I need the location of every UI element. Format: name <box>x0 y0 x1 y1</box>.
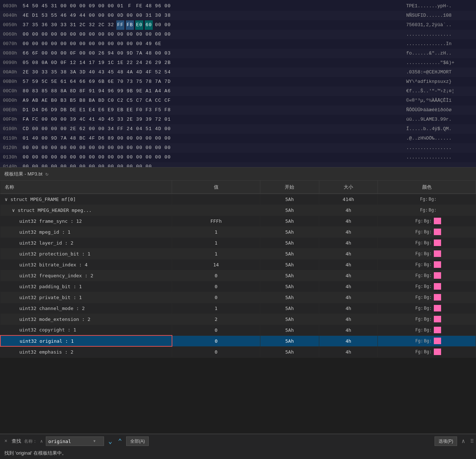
table-row[interactable]: uint32 frame_sync : 12FFFh5Ah4hFg: Bg: <box>0 216 476 226</box>
hex-row: 00C0h 808385888A8D8F919496999B9EA1A4A6 €… <box>0 86 476 96</box>
table-row[interactable]: uint32 original : 105Ah4hFg: Bg: <box>0 335 476 346</box>
table-cell-name: uint32 copyright : 1 <box>0 325 172 335</box>
template-header: 模板结果 - MP3.bt ↻ <box>0 168 476 181</box>
table-row[interactable]: uint32 protection_bit : 115Ah4hFg: Bg: <box>0 248 476 259</box>
search-input-container[interactable]: ▼ <box>46 436 104 446</box>
table-cell-name: uint32 channel_mode : 2 <box>0 303 172 314</box>
table-cell-size: 4h <box>319 314 378 325</box>
table-row[interactable]: uint32 private_bit : 105Ah4hFg: Bg: <box>0 292 476 303</box>
table-cell-color: Fg: Bg: <box>378 314 476 325</box>
table-cell-size: 4h <box>319 216 378 226</box>
table-row[interactable]: uint32 bitrate_index : 4145Ah4hFg: Bg: <box>0 259 476 270</box>
table-cell-color: Fg: Bg: <box>378 237 476 248</box>
results-table: 名称 值 开始 大小 颜色 ∨ struct MPEG_FRAME mf[0]5… <box>0 181 476 358</box>
table-cell-value: 0 <box>172 346 260 357</box>
hex-ascii: .0358:=@CEHJMORT <box>400 68 473 77</box>
hex-ascii: ............"$&)+ <box>400 58 473 68</box>
table-cell-value: 1 <box>172 248 260 259</box>
hex-row: 0100h CD000000002E62000034FF2404514D00 Í… <box>0 124 476 134</box>
table-row[interactable]: uint32 channel_mode : 215Ah4hFg: Bg: <box>0 303 476 314</box>
table-cell-start: 5Ah <box>260 281 319 292</box>
hex-bytes: 666F0000000F00002694009D7A480003 <box>22 49 400 58</box>
search-field-label: 名称： <box>24 438 37 444</box>
hex-row: 0090h 05080A0D0F121417191C1E222426292B .… <box>0 58 476 68</box>
hex-address: 0090h <box>3 58 22 68</box>
table-row[interactable]: ∨ struct MPEG_FRAME mf[0]5Ah414hFg: Bg: <box>0 194 476 205</box>
table-header-row: 名称 值 开始 大小 颜色 <box>0 181 476 194</box>
hex-address: 00D0h <box>3 96 22 105</box>
table-cell-size: 4h <box>319 270 378 281</box>
table-cell-name: uint32 layer_id : 2 <box>0 237 172 248</box>
col-header-value: 值 <box>172 181 260 194</box>
search-arrow-up[interactable]: ⌃ <box>116 437 123 445</box>
hex-row: 0110h 0140009D7A48BC4FD689000000000000 .… <box>0 134 476 143</box>
hex-address: 00E0h <box>3 105 22 115</box>
table-row[interactable]: uint32 layer_id : 215Ah4hFg: Bg: <box>0 237 476 248</box>
options-arrow-icon: ∧ <box>461 438 465 445</box>
table-cell-start: 5Ah <box>260 237 319 248</box>
hex-ascii: ................ <box>400 30 473 39</box>
table-cell-name: uint32 original : 1 <box>0 335 172 346</box>
search-all-button[interactable]: 全部(A) <box>126 436 149 446</box>
table-row[interactable]: uint32 mpeg_id : 115Ah4hFg: Bg: <box>0 226 476 237</box>
hex-bytes: FAFC000000394C414D45332E39397201 <box>22 115 400 124</box>
search-arrow-down[interactable]: ⌄ <box>107 437 114 445</box>
hex-ascii: 756031,2,2ÿûà`.. <box>400 20 473 30</box>
hex-ascii: ÑÔÖÙÛÞáäæéëîðóõø <box>400 105 473 115</box>
table-cell-name: uint32 frame_sync : 12 <box>0 216 172 226</box>
table-cell-name: uint32 private_bit : 1 <box>0 292 172 303</box>
close-search-button[interactable]: × <box>3 438 9 445</box>
table-cell-size: 4h <box>319 281 378 292</box>
table-cell-value: 1 <box>172 226 260 237</box>
table-row[interactable]: uint32 mode_extension : 225Ah4hFg: Bg: <box>0 314 476 325</box>
search-row: × 查找 名称： ∧ ▼ ⌄ ⌃ 全部(A) 选项(P) ∧ ⠿ <box>0 434 476 448</box>
refresh-icon[interactable]: ↻ <box>45 171 48 177</box>
table-row[interactable]: uint32 emphasis : 205Ah4hFg: Bg: <box>0 346 476 357</box>
hex-bytes: A9ABAEB0B3B5B8BABDC0C2C5C7CACCCF <box>22 96 400 105</box>
hex-bytes: D1D4D6D9DBDEE1E4E6E9EBEEF0F3F5F8 <box>22 105 400 115</box>
table-cell-start: 5Ah <box>260 335 319 346</box>
hex-row: 00E0h D1D4D6D9DBDEE1E4E6E9EBEEF0F3F5F8 Ñ… <box>0 105 476 115</box>
table-row[interactable]: uint32 frequency_index : 205Ah4hFg: Bg: <box>0 270 476 281</box>
search-input[interactable] <box>48 439 92 444</box>
hex-bytes: 3735363033312C322C32FFFBE0600000 <box>22 20 400 30</box>
table-cell-color: Fg: Bg: <box>378 292 476 303</box>
table-cell-size: 4h <box>319 237 378 248</box>
hex-ascii: WY\^adfiknpsuxz} <box>400 77 473 86</box>
table-row[interactable]: ∨ struct MPEG_HEADER mpeg...5Ah4hFg: Bg: <box>0 205 476 216</box>
hex-ascii: €f...Š..'"-™›ž¡¤¦ <box>400 86 473 96</box>
table-cell-name: uint32 mpeg_id : 1 <box>0 226 172 237</box>
table-cell-size: 4h <box>319 205 378 216</box>
table-cell-color: Fg: Bg: <box>378 226 476 237</box>
table-cell-name: uint32 bitrate_index : 4 <box>0 259 172 270</box>
hex-address: 00C0h <box>3 86 22 96</box>
col-header-size: 大小 <box>319 181 378 194</box>
table-cell-start: 5Ah <box>260 325 319 335</box>
search-label: 查找 <box>12 438 21 444</box>
hex-bytes: 00000000000000000000000000496E <box>22 39 400 49</box>
table-cell-size: 4h <box>319 303 378 314</box>
table-cell-size: 4h <box>319 325 378 335</box>
table-cell-name: ∨ struct MPEG_HEADER mpeg... <box>0 205 172 216</box>
hex-editor: 0030h 5450453100000009000001FFE489600 TP… <box>0 0 476 167</box>
hex-ascii: ..............In <box>400 39 473 49</box>
hex-address: 0050h <box>3 20 22 30</box>
search-options-button[interactable]: 选项(P) <box>435 436 457 446</box>
table-cell-name: uint32 frequency_index : 2 <box>0 270 172 281</box>
hex-row: 0030h 5450453100000009000001FFE489600 TP… <box>0 1 476 11</box>
table-row[interactable]: uint32 padding_bit : 105Ah4hFg: Bg: <box>0 281 476 292</box>
color-swatch <box>434 294 441 301</box>
search-bar: × 查找 名称： ∧ ▼ ⌄ ⌃ 全部(A) 选项(P) ∧ ⠿ 找到 'ori… <box>0 434 476 459</box>
table-cell-value: 0 <box>172 270 260 281</box>
hex-row: 0140h 0000000000000000000000000000 .....… <box>0 162 476 167</box>
table-row[interactable]: uint32 copyright : 105Ah4hFg: Bg: <box>0 325 476 335</box>
table-cell-value: 0 <box>172 292 260 303</box>
hex-ascii: ©«®°³µ,º½ÀÂÅÇÊÌï <box>400 96 473 105</box>
hex-bytes: 57595C5E616466696B6E707375787A7D <box>22 77 400 86</box>
hex-row: 00B0h 57595C5E616466696B6E707375787A7D W… <box>0 77 476 86</box>
table-cell-start: 5Ah <box>260 205 319 216</box>
search-dropdown-icon[interactable]: ▼ <box>93 439 96 443</box>
hex-address: 0040h <box>3 11 22 20</box>
table-cell-name: uint32 emphasis : 2 <box>0 346 172 357</box>
color-swatch <box>434 316 441 322</box>
